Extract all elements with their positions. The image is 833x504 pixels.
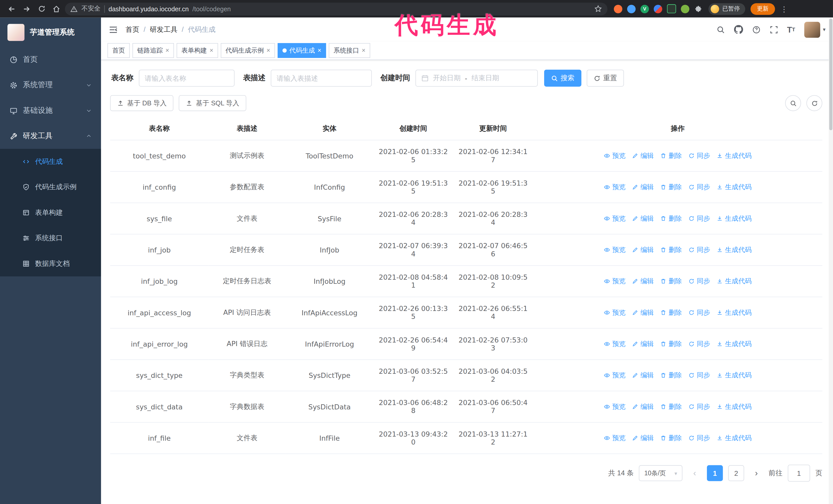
generate-code-link[interactable]: 生成代码 (716, 245, 752, 254)
edit-link[interactable]: 编辑 (632, 433, 653, 442)
toggle-search-button[interactable] (785, 95, 801, 111)
sidebar-item-form-builder[interactable]: 表单构建 (0, 200, 101, 225)
bookmark-star-icon[interactable] (594, 5, 602, 13)
delete-link[interactable]: 删除 (660, 245, 682, 254)
import-sql-button[interactable]: 基于 SQL 导入 (179, 95, 246, 111)
sync-link[interactable]: 同步 (688, 277, 710, 286)
extension-icon-5[interactable] (667, 4, 676, 13)
address-bar[interactable]: 不安全 dashboard.yudao.iocoder.cn/tool/code… (65, 2, 608, 15)
edit-link[interactable]: 编辑 (632, 277, 653, 286)
extension-icon-6[interactable] (681, 5, 689, 13)
delete-link[interactable]: 删除 (660, 277, 682, 286)
edit-link[interactable]: 编辑 (632, 245, 653, 254)
scrollbar-thumb[interactable] (829, 19, 832, 130)
delete-link[interactable]: 删除 (660, 339, 682, 349)
edit-link[interactable]: 编辑 (632, 402, 653, 411)
home-icon[interactable] (50, 2, 63, 15)
delete-link[interactable]: 删除 (660, 371, 682, 380)
reload-icon[interactable] (35, 2, 48, 15)
extensions-puzzle-icon[interactable] (694, 5, 702, 13)
table-desc-input[interactable] (271, 70, 372, 87)
generate-code-link[interactable]: 生成代码 (716, 277, 752, 286)
breadcrumb-dev-tools[interactable]: 研发工具 (150, 25, 177, 34)
security-label[interactable]: 不安全 (81, 4, 101, 13)
preview-link[interactable]: 预览 (603, 402, 625, 411)
generate-code-link[interactable]: 生成代码 (716, 433, 752, 442)
scrollbar[interactable] (829, 18, 833, 504)
github-icon[interactable] (734, 25, 743, 34)
app-logo-row[interactable]: 芋道管理系统 (0, 18, 101, 47)
preview-link[interactable]: 预览 (603, 151, 625, 160)
page-button-1[interactable]: 1 (707, 465, 723, 481)
preview-link[interactable]: 预览 (603, 308, 625, 317)
close-icon[interactable]: × (165, 47, 169, 54)
preview-link[interactable]: 预览 (603, 433, 625, 442)
delete-link[interactable]: 删除 (660, 308, 682, 317)
edit-link[interactable]: 编辑 (632, 151, 653, 160)
page-size-select[interactable]: 10条/页 ▾ (639, 465, 683, 481)
preview-link[interactable]: 预览 (603, 277, 625, 286)
generate-code-link[interactable]: 生成代码 (716, 151, 752, 160)
delete-link[interactable]: 删除 (660, 433, 682, 442)
browser-update-button[interactable]: 更新 (751, 3, 775, 15)
preview-link[interactable]: 预览 (603, 183, 625, 192)
generate-code-link[interactable]: 生成代码 (716, 214, 752, 223)
edit-link[interactable]: 编辑 (632, 214, 653, 223)
tab-form-builder[interactable]: 表单构建 × (176, 43, 218, 58)
delete-link[interactable]: 删除 (660, 214, 682, 223)
preview-link[interactable]: 预览 (603, 214, 625, 223)
delete-link[interactable]: 删除 (660, 402, 682, 411)
search-button[interactable]: 搜索 (544, 70, 581, 87)
generate-code-link[interactable]: 生成代码 (716, 308, 752, 317)
date-range-picker[interactable]: 开始日期 - 结束日期 (415, 70, 538, 87)
sync-link[interactable]: 同步 (688, 151, 710, 160)
search-icon[interactable] (716, 25, 725, 34)
goto-page-input[interactable] (788, 465, 810, 482)
tab-codegen[interactable]: 代码生成 × (278, 43, 326, 58)
close-icon[interactable]: × (362, 47, 365, 54)
sidebar-item-dev-tools[interactable]: 研发工具 (0, 123, 101, 149)
sync-link[interactable]: 同步 (688, 339, 710, 349)
sidebar-fold-icon[interactable] (109, 25, 118, 34)
sidebar-item-system[interactable]: 系统管理 (0, 72, 101, 98)
tab-home[interactable]: 首页 (108, 43, 130, 58)
font-size-icon[interactable]: TT (787, 25, 795, 34)
tab-system-api[interactable]: 系统接口 × (329, 43, 371, 58)
sidebar-item-home[interactable]: 首页 (0, 47, 101, 72)
page-button-2[interactable]: 2 (728, 465, 744, 481)
refresh-table-button[interactable] (806, 95, 822, 111)
generate-code-link[interactable]: 生成代码 (716, 339, 752, 349)
profile-paused-badge[interactable]: 已暂停 (709, 3, 745, 15)
edit-link[interactable]: 编辑 (632, 339, 653, 349)
extension-icon-4[interactable] (654, 5, 662, 13)
preview-link[interactable]: 预览 (603, 339, 625, 349)
edit-link[interactable]: 编辑 (632, 371, 653, 380)
forward-icon[interactable] (20, 2, 33, 15)
close-icon[interactable]: × (210, 47, 214, 54)
sidebar-item-codegen[interactable]: 代码生成 (0, 149, 101, 174)
sync-link[interactable]: 同步 (688, 214, 710, 223)
generate-code-link[interactable]: 生成代码 (716, 183, 752, 192)
next-page-button[interactable]: › (749, 466, 763, 481)
preview-link[interactable]: 预览 (603, 245, 625, 254)
edit-link[interactable]: 编辑 (632, 183, 653, 192)
prev-page-button[interactable]: ‹ (688, 466, 701, 481)
close-icon[interactable]: × (266, 47, 270, 54)
sidebar-item-codegen-example[interactable]: 代码生成示例 (0, 174, 101, 200)
preview-link[interactable]: 预览 (603, 371, 625, 380)
import-db-button[interactable]: 基于 DB 导入 (110, 95, 174, 111)
sync-link[interactable]: 同步 (688, 402, 710, 411)
extension-icon-3[interactable]: V (641, 5, 649, 13)
tab-codegen-example[interactable]: 代码生成示例 × (221, 43, 275, 58)
help-icon[interactable] (752, 25, 760, 34)
sync-link[interactable]: 同步 (688, 308, 710, 317)
generate-code-link[interactable]: 生成代码 (716, 402, 752, 411)
extension-icon-2[interactable] (627, 5, 636, 13)
sidebar-item-system-api[interactable]: 系统接口 (0, 225, 101, 251)
fullscreen-icon[interactable] (769, 25, 778, 34)
tab-tracing[interactable]: 链路追踪 × (133, 43, 174, 58)
sync-link[interactable]: 同步 (688, 245, 710, 254)
generate-code-link[interactable]: 生成代码 (716, 371, 752, 380)
sidebar-item-db-docs[interactable]: 数据库文档 (0, 251, 101, 277)
extension-icon-1[interactable] (614, 5, 622, 13)
